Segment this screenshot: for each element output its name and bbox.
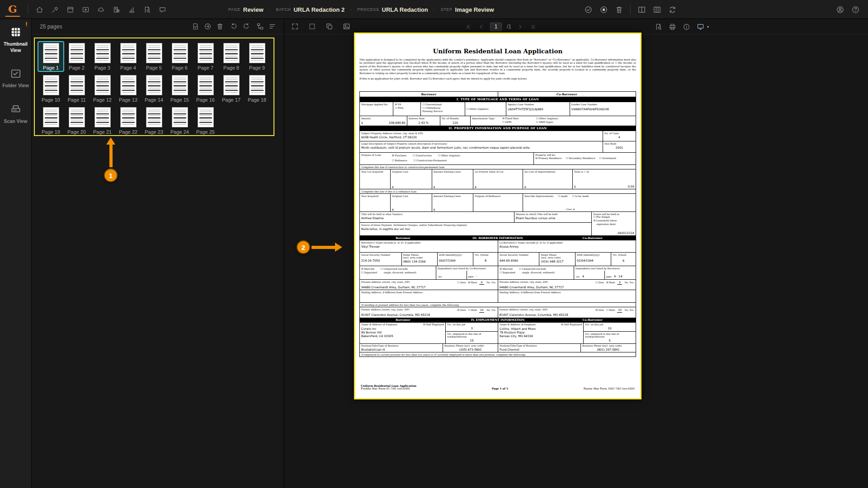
checkbox-separated: ☐ Separated (500, 271, 515, 275)
coborrower-employer-cell: Name & Address of Employer ☒ Self Employ… (498, 323, 583, 343)
checkbox-own: ☐ Own (595, 281, 604, 285)
trash-icon[interactable] (615, 5, 623, 14)
chat-icon[interactable] (159, 6, 166, 14)
thumbnail-image (146, 75, 162, 95)
checkbox-rent: ☐ Rent (606, 309, 615, 312)
coborrower-dependents-no: 4 (582, 275, 584, 278)
task-complete-icon[interactable] (584, 5, 593, 14)
stop-icon[interactable] (599, 5, 608, 14)
display-settings-icon[interactable] (697, 23, 704, 31)
form-label: Present Address (street, city, state, ZI… (500, 281, 548, 285)
list-options-icon[interactable] (269, 23, 276, 30)
thumbnail-page[interactable]: Page 7 (193, 42, 218, 71)
form-label: Mailing Address, if different from Prese… (361, 291, 496, 294)
tree-view-icon[interactable] (256, 23, 264, 30)
thumbnail-page[interactable]: Page 25 (193, 106, 218, 135)
rotate-right-icon[interactable] (242, 23, 250, 30)
thumbnail-page[interactable]: Page 24 (167, 106, 192, 135)
thumbnail-page[interactable]: Page 23 (142, 106, 166, 135)
thumbnail-label: Page 4 (120, 65, 136, 70)
thumbnail-page[interactable]: Page 12 (90, 74, 115, 103)
thumbnail-label: Page 18 (248, 97, 266, 103)
coborrower-dob-cell: DOB (mm/dd/yyyy) 02/04/1994 (575, 253, 611, 266)
ocr-preview-icon[interactable] (655, 23, 662, 31)
fit-view-icon[interactable] (291, 23, 299, 30)
separator: · (269, 6, 271, 13)
delete-page-icon[interactable] (216, 23, 224, 30)
document-page[interactable]: Uniform Residential Loan Application Thi… (354, 33, 642, 399)
sync-icon[interactable] (668, 5, 677, 14)
image-tools-icon[interactable] (343, 23, 350, 30)
stats-icon[interactable] (128, 6, 136, 14)
thumbnail-page[interactable]: Page 19 (38, 106, 63, 135)
info-icon[interactable] (683, 23, 690, 31)
form-label: Present Address (street, city, state, ZI… (361, 281, 410, 285)
previous-page-icon[interactable] (477, 23, 485, 31)
chevron-down-icon[interactable]: ▾ (707, 25, 709, 29)
thumbnail-page[interactable]: Page 5 (142, 42, 166, 71)
total-cell: Total (a + b) $0.00 (572, 169, 636, 189)
thumbnail-page[interactable]: Page 20 (64, 106, 89, 135)
media-review-icon[interactable] (82, 6, 90, 14)
thumbnail-page[interactable]: Page 16 (193, 74, 218, 103)
print-icon[interactable] (669, 23, 676, 31)
publish-cloud-icon[interactable] (97, 6, 105, 14)
marquee-zoom-icon[interactable] (308, 23, 316, 30)
thumbnail-page[interactable]: Page 1 (38, 42, 63, 71)
checkbox-purpose-other: ☐ Other (explain): (438, 154, 461, 158)
app-logo[interactable]: G (5, 2, 20, 17)
approve-page-icon[interactable] (192, 23, 199, 30)
rent-years: 10 (617, 308, 622, 313)
thumbnail-page[interactable]: Page 14 (142, 74, 166, 103)
thumbnail-page[interactable]: Page 13 (116, 74, 141, 103)
tools-icon[interactable] (51, 6, 59, 14)
document-search-icon[interactable] (143, 6, 151, 14)
thumbnail-page[interactable]: Page 17 (219, 74, 244, 103)
help-icon[interactable] (851, 5, 860, 14)
thumbnail-page[interactable]: Page 21 (90, 106, 115, 135)
form-label: Social Security Number (500, 253, 538, 256)
thumbnail-page[interactable]: Page 8 (219, 42, 244, 71)
user-icon[interactable] (836, 5, 844, 14)
construction-note: Complete this line if construction or co… (360, 165, 446, 169)
multi-pane-icon[interactable] (653, 5, 661, 14)
sidebar-item-thumbnail-view[interactable]: ! Thumbnail View (0, 22, 32, 60)
intro-paragraph: This application is designed to be compl… (359, 58, 636, 75)
first-page-icon[interactable] (465, 23, 472, 31)
existing-liens-cell: Amount Existing Liens $ (432, 194, 473, 211)
currency-sign: $ (434, 208, 472, 211)
split-pane-icon[interactable] (637, 5, 646, 14)
arrow-shaft (311, 246, 335, 249)
rotate-left-icon[interactable] (230, 23, 238, 30)
coborrower-business-phone-cell: Business Phone (incl. area code) (801) 2… (580, 344, 636, 352)
sidebar-item-scan-view[interactable]: Scan View (0, 99, 32, 131)
thumbnail-label: Page 13 (119, 97, 137, 103)
thumbnail-page[interactable]: Page 18 (245, 74, 269, 103)
page-number-input[interactable]: 1 (490, 23, 502, 31)
thumbnail-page[interactable]: Page 11 (64, 74, 89, 103)
task-actions (584, 5, 623, 14)
thumbnail-page[interactable]: Page 3 (90, 42, 115, 71)
batches-icon[interactable] (66, 6, 74, 14)
form-label: DOB (mm/dd/yyyy) (577, 253, 609, 256)
thumbnail-page[interactable]: Page 6 (167, 42, 192, 71)
last-page-icon[interactable] (529, 23, 537, 31)
checkbox-married: ☒ Married (500, 267, 515, 271)
checkbox-usda: ☐ USDA/Rural Housing Service (422, 107, 463, 114)
home-icon[interactable] (36, 6, 43, 14)
thumbnail-page[interactable]: Page 2 (64, 42, 89, 71)
export-page-icon[interactable] (204, 23, 212, 30)
copy-page-icon[interactable] (326, 23, 333, 30)
activity-clock-icon[interactable] (113, 6, 120, 14)
form-label: single, divorced, widowed) (381, 271, 416, 274)
thumbnail-page[interactable]: Page 10 (38, 74, 63, 103)
thumbnail-page[interactable]: Page 22 (116, 106, 141, 135)
thumbnail-page[interactable]: Page 9 (245, 42, 269, 71)
thumbnail-image (172, 107, 188, 127)
next-page-icon[interactable] (516, 23, 524, 31)
sidebar-item-folder-view[interactable]: Folder View (0, 63, 32, 95)
form-label: Former Address (street, city, state, ZIP… (500, 308, 548, 313)
thumbnail-page[interactable]: Page 15 (167, 74, 192, 103)
form-label: Business Phone (incl. area code) (444, 344, 496, 347)
thumbnail-page[interactable]: Page 4 (116, 42, 141, 71)
